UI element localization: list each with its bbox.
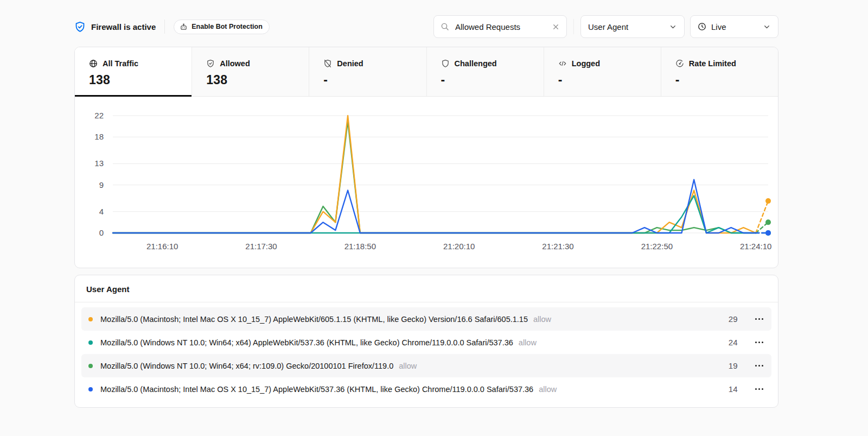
tab-value: - (323, 73, 412, 87)
tab-head: Logged (558, 59, 647, 68)
tab-label: Allowed (220, 59, 250, 68)
user-agent-value: Mozilla/5.0 (Windows NT 10.0; Win64; x64… (100, 362, 393, 370)
action-badge: allow (399, 362, 417, 370)
controls-divider (573, 19, 574, 34)
table-row: Mozilla/5.0 (Windows NT 10.0; Win64; x64… (81, 354, 771, 377)
traffic-chart-svg: 04913182221:16:1021:17:3021:18:5021:20:1… (75, 97, 778, 268)
row-menu-button[interactable] (754, 385, 765, 394)
enable-bot-protection-button[interactable]: Enable Bot Protection (174, 20, 270, 34)
svg-text:4: 4 (99, 207, 104, 216)
tab-value: 138 (89, 73, 177, 87)
svg-text:22: 22 (94, 111, 104, 120)
search-input[interactable] (454, 22, 547, 32)
tab-all-traffic[interactable]: All Traffic138 (75, 47, 192, 96)
traffic-panel: All Traffic138Allowed138Denied-Challenge… (74, 47, 778, 268)
table-rows: Mozilla/5.0 (Macintosh; Intel Mac OS X 1… (75, 302, 778, 407)
time-range-select[interactable]: Live (690, 15, 778, 38)
row-menu-button[interactable] (754, 315, 765, 324)
tab-head: Denied (323, 59, 412, 68)
user-agent-table: User Agent Mozilla/5.0 (Macintosh; Intel… (74, 275, 778, 408)
tab-head: Challenged (441, 59, 529, 68)
search-box[interactable] (433, 15, 567, 38)
user-agent-value: Mozilla/5.0 (Macintosh; Intel Mac OS X 1… (100, 385, 533, 394)
svg-text:21:20:10: 21:20:10 (443, 242, 475, 251)
traffic-chart: 04913182221:16:1021:17:3021:18:5021:20:1… (75, 97, 778, 268)
request-count: 14 (729, 384, 738, 394)
search-icon (441, 22, 449, 31)
gauge-icon (675, 59, 684, 68)
series-color-dot (88, 364, 93, 368)
chevron-down-icon (763, 23, 771, 31)
code-icon (558, 59, 567, 68)
group-by-select[interactable]: User Agent (580, 15, 685, 38)
svg-text:21:18:50: 21:18:50 (344, 242, 376, 251)
firewall-dashboard: Firewall is active Enable Bot Protection (74, 15, 778, 408)
topbar-divider (164, 20, 165, 34)
top-bar: Firewall is active Enable Bot Protection (74, 15, 778, 38)
tab-value: - (675, 73, 764, 87)
traffic-tabs: All Traffic138Allowed138Denied-Challenge… (75, 47, 778, 97)
action-badge: allow (519, 338, 537, 347)
shield-check-icon (206, 59, 215, 68)
table-row: Mozilla/5.0 (Macintosh; Intel Mac OS X 1… (81, 307, 771, 331)
shield-icon (441, 59, 450, 68)
request-count: 29 (729, 314, 738, 324)
firewall-status-label: Firewall is active (91, 22, 156, 31)
globe-icon (89, 59, 98, 68)
action-badge: allow (539, 385, 557, 394)
table-row: Mozilla/5.0 (Windows NT 10.0; Win64; x64… (81, 331, 771, 354)
tab-label: Challenged (455, 59, 497, 68)
svg-text:18: 18 (94, 132, 104, 141)
table-title: User Agent (75, 275, 778, 302)
tab-head: Rate Limited (675, 59, 764, 68)
request-count: 24 (729, 338, 738, 347)
tab-label: Logged (572, 59, 600, 68)
tab-value: - (558, 73, 647, 87)
tab-challenged[interactable]: Challenged- (427, 47, 544, 96)
series-color-dot (88, 387, 93, 391)
group-by-value: User Agent (588, 22, 628, 31)
svg-text:21:22:50: 21:22:50 (641, 242, 673, 251)
firewall-shield-icon (74, 21, 86, 33)
svg-text:21:17:30: 21:17:30 (245, 242, 277, 251)
action-badge: allow (533, 315, 551, 324)
enable-bot-protection-label: Enable Bot Protection (192, 23, 263, 30)
series-color-dot (88, 340, 93, 345)
filter-controls: User Agent Live (433, 15, 778, 38)
svg-text:0: 0 (99, 228, 104, 237)
tab-head: All Traffic (89, 59, 177, 68)
tab-label: All Traffic (103, 59, 138, 68)
tab-head: Allowed (206, 59, 295, 68)
svg-text:9: 9 (99, 180, 104, 189)
tab-rate-limited[interactable]: Rate Limited- (661, 47, 778, 96)
bot-icon (180, 23, 188, 31)
tab-logged[interactable]: Logged- (544, 47, 661, 96)
user-agent-value: Mozilla/5.0 (Macintosh; Intel Mac OS X 1… (100, 315, 528, 324)
tab-value: - (441, 73, 529, 87)
tab-label: Rate Limited (689, 59, 736, 68)
svg-text:21:21:30: 21:21:30 (542, 242, 573, 251)
svg-text:13: 13 (94, 159, 104, 168)
request-count: 19 (729, 361, 738, 370)
tab-value: 138 (206, 73, 295, 87)
svg-text:21:24:10: 21:24:10 (740, 242, 771, 251)
shield-off-icon (323, 59, 332, 68)
tab-label: Denied (337, 59, 363, 68)
tab-allowed[interactable]: Allowed138 (192, 47, 309, 96)
svg-text:21:16:10: 21:16:10 (146, 242, 178, 251)
chevron-down-icon (669, 23, 677, 31)
clock-icon (698, 22, 706, 31)
user-agent-value: Mozilla/5.0 (Windows NT 10.0; Win64; x64… (100, 338, 513, 347)
table-row: Mozilla/5.0 (Macintosh; Intel Mac OS X 1… (81, 377, 771, 401)
tab-denied[interactable]: Denied- (309, 47, 426, 96)
series-color-dot (88, 317, 93, 321)
time-range-value: Live (711, 22, 726, 31)
clear-search-icon[interactable] (552, 23, 560, 31)
row-menu-button[interactable] (754, 362, 765, 370)
row-menu-button[interactable] (754, 338, 765, 347)
firewall-status: Firewall is active (74, 21, 156, 33)
